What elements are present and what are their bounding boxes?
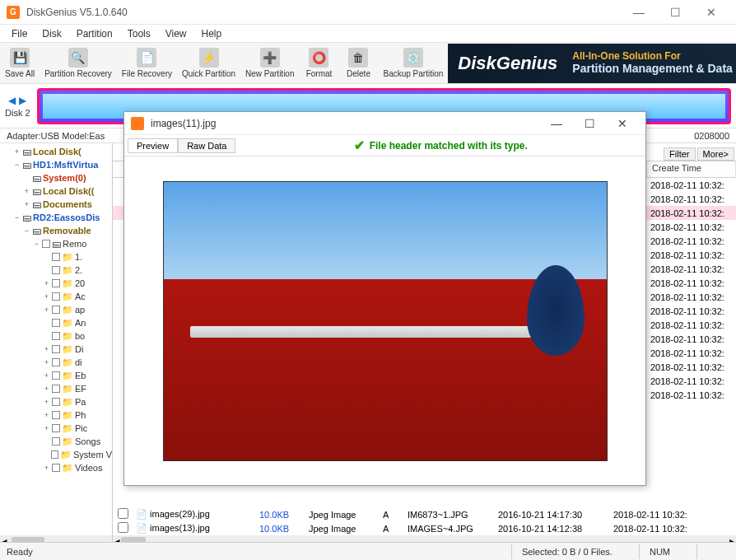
- app-icon: G: [7, 6, 20, 19]
- toolbar: 💾Save All 🔍Partition Recovery 📄File Reco…: [0, 43, 736, 84]
- delete-icon: 🗑: [348, 48, 368, 68]
- tree-node[interactable]: +📁ap: [3, 303, 112, 316]
- tree-node[interactable]: 📁1.: [3, 250, 112, 264]
- tree-node[interactable]: +📁Pic: [3, 422, 112, 435]
- format-icon: ⭕: [309, 48, 328, 68]
- menu-help[interactable]: Help: [195, 26, 229, 41]
- tree-node[interactable]: −🖴Removable: [3, 224, 112, 237]
- file-recovery-button[interactable]: 📄File Recovery: [117, 46, 177, 80]
- menu-file[interactable]: File: [5, 26, 34, 41]
- preview-maximize-button[interactable]: ☐: [573, 113, 606, 134]
- tree-node[interactable]: +📁Pa: [3, 395, 112, 408]
- preview-status-message: ✔ File header matched with its type.: [235, 138, 645, 153]
- col-create-time[interactable]: Create Time: [647, 161, 736, 177]
- tree-node[interactable]: +📁20: [3, 277, 112, 290]
- status-ready: Ready: [7, 547, 33, 557]
- tree-node[interactable]: 🖴System(0): [3, 171, 112, 184]
- menu-bar: File Disk Partition Tools View Help: [0, 25, 736, 43]
- app-title: DiskGenius V5.1.0.640: [26, 7, 128, 18]
- file-recovery-icon: 📄: [137, 48, 156, 68]
- table-row[interactable]: 📄 images(13).jpg10.0KBJpeg ImageAIMAGES~…: [113, 521, 736, 535]
- format-button[interactable]: ⭕Format: [299, 46, 338, 80]
- close-button[interactable]: ✕: [693, 0, 729, 25]
- preview-title: images(11).jpg: [151, 118, 216, 129]
- preview-image: [163, 181, 608, 461]
- status-bar: Ready Selected: 0 B / 0 Files. NUM: [0, 542, 736, 560]
- maximize-button[interactable]: ☐: [657, 0, 693, 25]
- partition-recovery-icon: 🔍: [68, 48, 88, 68]
- tree-node[interactable]: 📁bo: [3, 329, 112, 343]
- tree-node[interactable]: 📁System V: [3, 448, 112, 461]
- banner: DiskGenius All-In-One Solution For Parti…: [448, 44, 736, 83]
- title-bar: G DiskGenius V5.1.0.640 — ☐ ✕: [0, 0, 736, 25]
- tree-node[interactable]: +📁Ac: [3, 290, 112, 303]
- delete-button[interactable]: 🗑Delete: [338, 46, 378, 80]
- table-row[interactable]: 📄 images(29).jpg10.0KBJpeg ImageAIM6873~…: [113, 507, 736, 521]
- tree-node[interactable]: 📁An: [3, 316, 112, 329]
- tree-node[interactable]: +📁Ph: [3, 408, 112, 422]
- save-all-button[interactable]: 💾Save All: [0, 46, 40, 80]
- new-partition-icon: ➕: [260, 48, 280, 68]
- tree-node[interactable]: +🖴Local Disk((: [3, 184, 112, 198]
- preview-app-icon: [131, 117, 144, 130]
- tree-node[interactable]: −🖴RD2:EassosDis: [3, 211, 112, 224]
- tree-node[interactable]: +📁Videos: [3, 461, 112, 474]
- status-selected: Selected: 0 B / 0 Files.: [511, 544, 622, 559]
- tree-node[interactable]: +🖴Local Disk(: [3, 145, 112, 158]
- tree-node[interactable]: +📁Eb: [3, 369, 112, 382]
- backup-partition-button[interactable]: 💿Backup Partition: [378, 46, 448, 80]
- new-partition-button[interactable]: ➕New Partition: [240, 46, 299, 80]
- backup-icon: 💿: [403, 48, 423, 68]
- next-disk-button[interactable]: ▶: [19, 95, 26, 106]
- preview-window: images(11).jpg — ☐ ✕ Preview Raw Data ✔ …: [123, 111, 646, 486]
- banner-tagline: All-In-One Solution For Partition Manage…: [572, 50, 736, 76]
- row-checkbox[interactable]: [118, 522, 128, 533]
- save-icon: 💾: [10, 48, 30, 68]
- tree-node[interactable]: +📁EF: [3, 382, 112, 395]
- prev-disk-button[interactable]: ◀: [8, 95, 16, 106]
- menu-view[interactable]: View: [159, 26, 193, 41]
- tree-node[interactable]: −🖴Remo: [3, 237, 112, 250]
- check-icon: ✔: [354, 138, 365, 153]
- partition-recovery-button[interactable]: 🔍Partition Recovery: [40, 46, 117, 80]
- menu-tools[interactable]: Tools: [121, 26, 157, 41]
- preview-close-button[interactable]: ✕: [606, 113, 639, 134]
- sidebar: +🖴Local Disk(−🖴HD1:MsftVirtua🖴System(0)+…: [0, 143, 113, 548]
- tree-node[interactable]: −🖴HD1:MsftVirtua: [3, 158, 112, 171]
- tab-preview[interactable]: Preview: [128, 138, 178, 153]
- minimize-button[interactable]: —: [621, 0, 657, 25]
- tree-node[interactable]: +📁Di: [3, 343, 112, 356]
- quick-partition-button[interactable]: ⚡Quick Partition: [177, 46, 240, 80]
- more-button[interactable]: More>: [697, 147, 735, 161]
- tree-node[interactable]: 📁2.: [3, 264, 112, 277]
- tab-raw-data[interactable]: Raw Data: [178, 138, 235, 153]
- tree-node[interactable]: 📁Songs: [3, 435, 112, 448]
- menu-disk[interactable]: Disk: [35, 26, 68, 41]
- disk-label: Disk 2: [5, 108, 30, 118]
- banner-logo: DiskGenius: [458, 53, 557, 74]
- tree-node[interactable]: +🖴Documents: [3, 198, 112, 211]
- preview-minimize-button[interactable]: —: [540, 113, 573, 134]
- quick-partition-icon: ⚡: [199, 48, 219, 68]
- row-checkbox[interactable]: [118, 508, 128, 519]
- status-num: NUM: [639, 544, 680, 559]
- filter-button[interactable]: Filter: [664, 147, 695, 161]
- tree-node[interactable]: +📁di: [3, 356, 112, 369]
- menu-partition[interactable]: Partition: [70, 26, 119, 41]
